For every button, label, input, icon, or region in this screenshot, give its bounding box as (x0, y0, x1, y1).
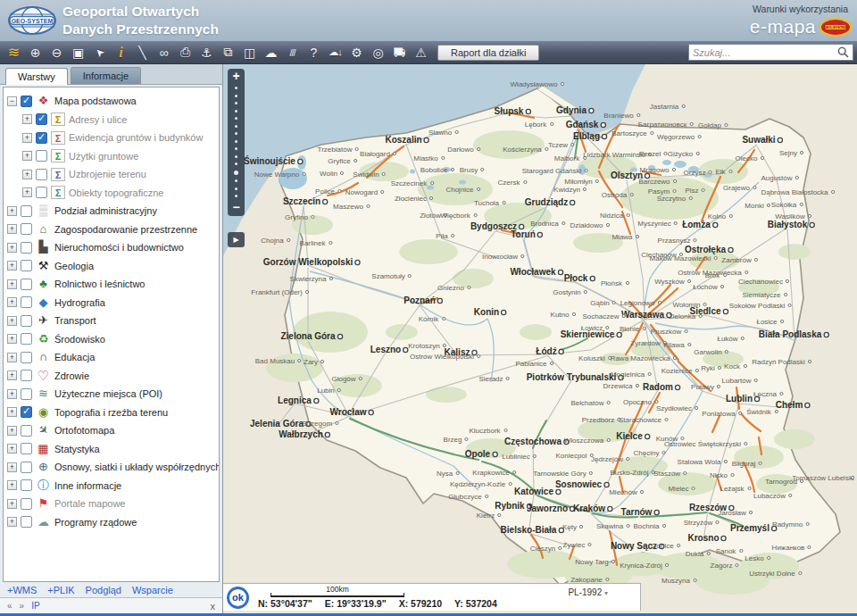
tab-warstwy[interactable]: Warstwy (5, 68, 68, 85)
expand-icon[interactable] (7, 334, 17, 344)
expand-icon[interactable] (22, 151, 32, 161)
expand-icon[interactable] (7, 426, 17, 436)
cloud-download-icon[interactable]: ☁↓ (325, 43, 345, 62)
expand-icon[interactable] (7, 370, 17, 380)
search-box[interactable] (688, 44, 853, 61)
layer-checkbox[interactable] (21, 406, 32, 418)
layer-checkbox[interactable] (21, 333, 32, 345)
search-plus-icon[interactable]: ◎ (368, 43, 388, 62)
layer-geologia[interactable]: ⚒ Geologia (7, 257, 217, 276)
search-input[interactable] (693, 47, 837, 58)
expand-icon[interactable] (7, 353, 17, 362)
expand-icon[interactable] (7, 297, 17, 307)
layer-uzytki[interactable]: Σ Użytki gruntowe (7, 147, 217, 166)
layer-checkbox[interactable] (21, 260, 32, 271)
layer-edukacja[interactable]: ∩ Edukacja (7, 348, 217, 367)
layer-adresy[interactable]: Σ Adresy i ulice (7, 111, 217, 129)
expand-icon[interactable] (7, 316, 17, 326)
expand-icon[interactable] (22, 133, 32, 143)
settings-icon[interactable]: ⚙ (346, 43, 367, 62)
layer-podzial-administracyjny[interactable]: ▒ Podział administracyjny (7, 202, 217, 221)
warning-icon[interactable]: ⚠ (411, 43, 431, 62)
layer-checkbox[interactable] (21, 516, 32, 528)
print-icon[interactable]: ⎙ (175, 43, 196, 62)
zoom-out-icon[interactable]: ⊖ (46, 43, 67, 62)
terms-link[interactable]: Warunki wykorzystania (753, 4, 848, 14)
pin-icon[interactable]: ⚓ (196, 43, 217, 62)
expand-icon[interactable] (22, 187, 32, 197)
layer-programy-rzadowe[interactable]: ☁ Programy rządowe (7, 513, 217, 532)
layer-rolnictwo[interactable]: ♣ Rolnictwo i leśnictwo (7, 275, 217, 294)
layer-checkbox[interactable] (21, 425, 32, 437)
layer-checkbox[interactable] (36, 113, 47, 125)
layer-checkbox[interactable] (36, 169, 47, 180)
layer-checkbox[interactable] (36, 132, 47, 144)
layer-srodowisko[interactable]: ♻ Środowisko (7, 330, 217, 349)
next-page-button[interactable]: » (20, 601, 25, 611)
podglad-link[interactable]: Podgląd (86, 585, 121, 595)
copy-window-icon[interactable]: ⧉ (218, 43, 238, 62)
layer-zagospodarowanie[interactable]: ⌂ Zagospodarowanie przestrzenne (7, 221, 217, 239)
expand-icon[interactable] (22, 170, 32, 179)
layer-checkbox[interactable] (21, 352, 32, 363)
layer-nieruchomosci[interactable]: ▙ Nieruchomości i budownictwo (7, 238, 217, 257)
expand-icon[interactable] (7, 407, 17, 417)
layer-checkbox[interactable] (21, 498, 32, 510)
link-icon[interactable]: ∞ (154, 43, 174, 62)
layer-checkbox[interactable] (21, 279, 32, 290)
expand-icon[interactable] (7, 261, 17, 271)
expand-icon[interactable] (7, 517, 17, 527)
layer-checkbox[interactable] (21, 462, 32, 473)
layers-icon[interactable]: ≋ (4, 43, 24, 62)
layer-inne-informacje[interactable]: ⓘ Inne informacje (7, 477, 217, 495)
expand-icon[interactable] (7, 462, 17, 472)
layer-zdrowie[interactable]: ♡ Zdrowie (7, 367, 217, 386)
collapse-icon[interactable] (7, 96, 17, 106)
map-canvas[interactable]: ŚwinoujścieSzczecinKoszalinSłupskGdyniaG… (223, 64, 857, 613)
slash-measure-icon[interactable]: /// (282, 43, 303, 62)
expand-icon[interactable] (7, 499, 17, 509)
layer-checkbox[interactable] (36, 150, 47, 162)
measure-line-icon[interactable]: ╲ (132, 43, 153, 62)
projection-select[interactable]: PL-1992 ▾ (568, 587, 608, 597)
layer-checkbox[interactable] (21, 443, 32, 454)
layer-checkbox[interactable] (21, 479, 32, 491)
prev-page-button[interactable]: « (7, 601, 12, 611)
layer-checkbox[interactable] (21, 223, 32, 235)
layer-checkbox[interactable] (21, 205, 32, 217)
wms-link[interactable]: +WMS (7, 585, 37, 595)
layout-icon[interactable]: ◫ (239, 43, 260, 62)
expand-icon[interactable] (7, 206, 17, 216)
zoom-in-button[interactable]: + (228, 70, 245, 83)
zoom-dots[interactable] (234, 83, 238, 201)
plik-link[interactable]: +PLIK (47, 585, 74, 595)
expand-icon[interactable] (7, 389, 17, 399)
search-icon[interactable] (837, 46, 849, 58)
zoom-out-button[interactable]: − (228, 201, 245, 214)
layer-checkbox[interactable] (21, 96, 32, 107)
ok-button[interactable]: ok (227, 587, 249, 609)
layer-osnowy[interactable]: ⊕ Osnowy, siatki i układy współrzędnych (7, 458, 217, 477)
layer-portale-mapowe[interactable]: ⚑ Portale mapowe (7, 495, 217, 513)
tab-informacje[interactable]: Informacje (71, 67, 141, 84)
layer-topografia[interactable]: ◉ Topografia i rzeźba terenu (7, 404, 217, 422)
expand-icon[interactable] (7, 279, 17, 289)
layer-hydrografia[interactable]: ◆ Hydrografia (7, 294, 217, 312)
expand-icon[interactable] (7, 243, 17, 253)
layer-checkbox[interactable] (21, 296, 32, 308)
pointer-icon[interactable]: ➤ (86, 38, 114, 67)
help-icon[interactable]: ? (304, 43, 324, 62)
layer-checkbox[interactable] (21, 370, 32, 381)
layer-obiekty-topo[interactable]: Σ Obiekty topograficzne (7, 184, 217, 203)
expand-icon[interactable] (22, 114, 32, 124)
report-parcel-button[interactable]: Raport dla działki (437, 45, 539, 61)
wsparcie-link[interactable]: Wsparcie (132, 585, 173, 595)
layer-uzbrojenie[interactable]: Σ Uzbrojenie terenu (7, 165, 217, 184)
close-icon[interactable]: x (211, 601, 216, 612)
layer-mapa-podstawowa[interactable]: ❖ Mapa podstawowa (7, 92, 217, 111)
layer-statystyka[interactable]: ▦ Statystyka (7, 440, 217, 459)
map-viewport[interactable]: ŚwinoujścieSzczecinKoszalinSłupskGdyniaG… (223, 64, 857, 613)
layer-transport[interactable]: ✈ Transport (7, 312, 217, 330)
layer-checkbox[interactable] (21, 315, 32, 327)
sidebar-toggle-button[interactable]: ▶ (228, 232, 245, 247)
